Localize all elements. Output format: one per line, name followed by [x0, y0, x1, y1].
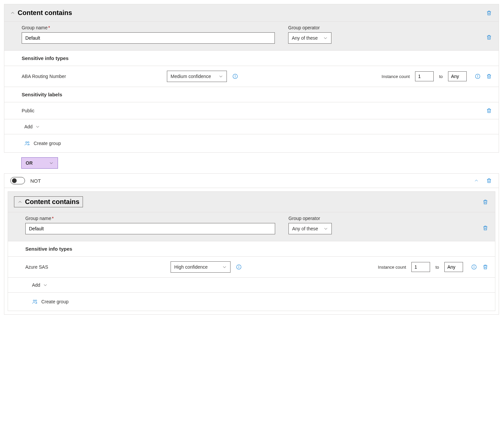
- condition-header: Content contains: [4, 4, 499, 22]
- group-operator-label: Group operator: [288, 25, 331, 30]
- svg-point-6: [26, 142, 27, 143]
- sit-name: Azure SAS: [25, 264, 165, 270]
- group-name-label: Group name*: [22, 25, 275, 30]
- group-operator-value: Any of these: [292, 226, 318, 231]
- label-row: Public: [4, 102, 499, 119]
- delete-not-button[interactable]: [485, 177, 493, 184]
- add-label: Add: [24, 124, 33, 129]
- sensitive-info-types-header: Sensitive info types: [4, 51, 499, 66]
- chevron-up-icon: [18, 200, 22, 204]
- group-name-input[interactable]: [25, 223, 275, 234]
- condition-header: Content contains: [8, 192, 495, 212]
- delete-condition-button[interactable]: [482, 198, 489, 206]
- sit-name: ABA Routing Number: [22, 74, 162, 79]
- instance-count-label: Instance count: [382, 74, 410, 79]
- group-meta: Group name* Group operator Any of these: [4, 22, 499, 51]
- svg-point-13: [474, 266, 474, 266]
- trash-icon: [482, 225, 488, 231]
- not-label: NOT: [30, 178, 41, 184]
- svg-point-5: [478, 75, 478, 76]
- group-name-field: Group name*: [25, 216, 275, 234]
- instance-from-input[interactable]: [411, 262, 430, 272]
- sit-row: Azure SAS High confidence Instance count…: [8, 257, 495, 278]
- condition-block-1: Content contains Group name* Group opera…: [4, 4, 499, 153]
- confidence-value: High confidence: [174, 264, 208, 270]
- sensitivity-labels-header: Sensitivity labels: [4, 87, 499, 102]
- not-block: NOT Content contains: [4, 173, 499, 315]
- confidence-select[interactable]: Medium confidence: [167, 71, 227, 82]
- create-group-row[interactable]: Create group: [8, 293, 495, 311]
- condition-title: Content contains: [18, 9, 72, 17]
- confidence-select[interactable]: High confidence: [171, 261, 231, 273]
- info-icon[interactable]: [236, 264, 242, 270]
- trash-icon: [482, 199, 488, 205]
- not-right-actions: [473, 177, 493, 184]
- svg-point-14: [33, 300, 35, 302]
- sensitive-info-types-header: Sensitive info types: [8, 241, 495, 257]
- svg-point-2: [235, 75, 236, 76]
- people-add-icon: [32, 299, 38, 305]
- group-meta: Group name* Group operator Any of these: [8, 212, 495, 241]
- delete-sit-button[interactable]: [485, 73, 493, 80]
- info-icon[interactable]: [475, 73, 481, 79]
- group-operator-value: Any of these: [292, 35, 318, 41]
- condition-title-wrap[interactable]: Content contains: [10, 9, 72, 17]
- not-left: NOT: [10, 177, 41, 184]
- trash-icon: [482, 264, 488, 270]
- trash-icon: [486, 10, 492, 16]
- chevron-down-icon: [222, 265, 227, 269]
- chevron-down-icon: [43, 283, 48, 287]
- chevron-down-icon: [219, 74, 223, 79]
- group-operator-field: Group operator Any of these: [288, 216, 332, 234]
- trash-icon: [486, 73, 492, 79]
- group-operator-label: Group operator: [288, 216, 332, 221]
- required-star: *: [52, 216, 54, 221]
- condition-block-2: Content contains Group name* Group opera…: [8, 191, 495, 311]
- sit-row-actions: [475, 73, 493, 80]
- add-label: Add: [32, 282, 40, 288]
- required-star: *: [48, 25, 50, 30]
- collapse-not-button[interactable]: [473, 178, 479, 184]
- svg-point-7: [28, 142, 29, 143]
- delete-group-button[interactable]: [485, 34, 493, 41]
- chevron-down-icon: [323, 36, 328, 40]
- condition-title-wrap[interactable]: Content contains: [14, 196, 83, 207]
- instance-to-input[interactable]: [448, 71, 467, 81]
- group-name-label-text: Group name: [25, 216, 51, 221]
- group-name-input[interactable]: [22, 32, 275, 44]
- add-row[interactable]: Add: [4, 119, 499, 134]
- trash-icon: [486, 178, 492, 184]
- group-operator-select[interactable]: Any of these: [288, 223, 332, 234]
- label-name: Public: [22, 108, 162, 113]
- info-icon[interactable]: [232, 73, 238, 79]
- toggle-knob: [12, 178, 17, 183]
- confidence-value: Medium confidence: [171, 74, 211, 79]
- not-toggle[interactable]: [10, 177, 25, 184]
- delete-group-button[interactable]: [482, 224, 489, 232]
- add-row[interactable]: Add: [8, 278, 495, 293]
- group-name-field: Group name*: [22, 25, 275, 44]
- people-add-icon: [24, 140, 30, 146]
- create-group-label: Create group: [41, 299, 69, 304]
- not-header: NOT: [4, 174, 499, 188]
- chevron-down-icon: [49, 161, 54, 165]
- group-name-label-text: Group name: [22, 25, 48, 30]
- group-operator-field: Group operator Any of these: [288, 25, 331, 44]
- instance-from-input[interactable]: [415, 71, 434, 81]
- instance-to-input[interactable]: [444, 262, 463, 272]
- trash-icon: [486, 34, 492, 40]
- info-icon[interactable]: [471, 264, 477, 270]
- chevron-up-icon: [474, 178, 479, 183]
- create-group-row[interactable]: Create group: [4, 134, 499, 152]
- operator-select[interactable]: OR: [21, 157, 58, 169]
- chevron-up-icon: [10, 11, 15, 15]
- chevron-down-icon: [323, 226, 328, 231]
- group-operator-select[interactable]: Any of these: [288, 32, 331, 44]
- svg-point-15: [35, 300, 37, 302]
- delete-label-button[interactable]: [485, 107, 493, 114]
- delete-sit-button[interactable]: [482, 263, 489, 271]
- chevron-down-icon: [35, 124, 40, 129]
- sit-row: ABA Routing Number Medium confidence Ins…: [4, 66, 499, 87]
- condition-title: Content contains: [25, 198, 79, 206]
- delete-condition-button[interactable]: [485, 9, 493, 17]
